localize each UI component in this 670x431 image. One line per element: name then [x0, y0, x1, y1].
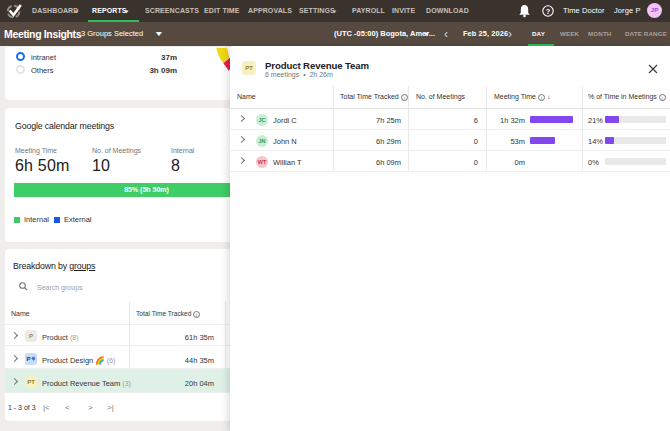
svg-text:?: ?	[546, 6, 551, 15]
